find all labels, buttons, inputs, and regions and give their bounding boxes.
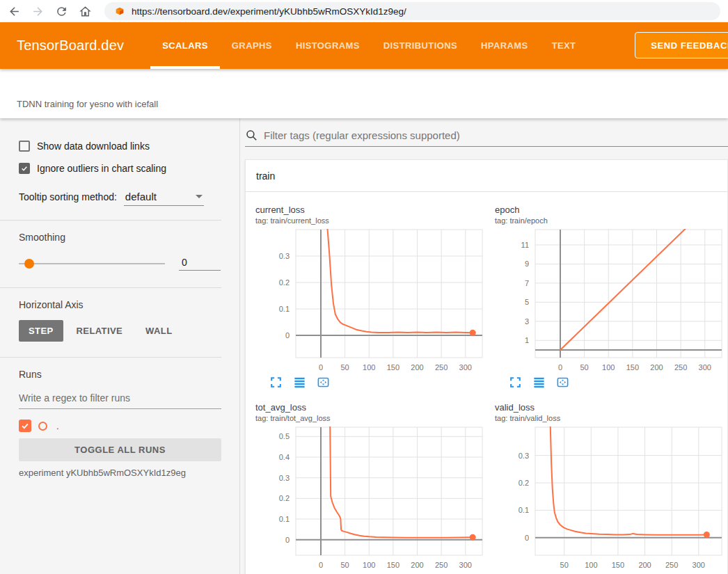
- chart-title: epoch: [495, 205, 727, 216]
- svg-text:250: 250: [435, 561, 448, 569]
- svg-text:0.3: 0.3: [519, 452, 529, 460]
- chart-card-valid-loss: valid_loss tag: train/valid_loss 00.10.2…: [488, 402, 727, 574]
- browser-back-icon[interactable]: [7, 4, 21, 18]
- chart-card-current-loss: current_loss tag: train/current_loss 00.…: [248, 205, 488, 391]
- show-download-links-checkbox-row[interactable]: Show data download links: [0, 138, 239, 154]
- browser-forward-icon[interactable]: [31, 4, 45, 18]
- svg-text:300: 300: [699, 363, 711, 372]
- chart-tag: tag: train/current_loss: [255, 216, 488, 225]
- divider: [0, 287, 221, 288]
- app-header: TensorBoard.dev SCALARS GRAPHS HISTOGRAM…: [0, 22, 728, 69]
- svg-text:250: 250: [435, 363, 448, 372]
- tensorboard-page: https://tensorboard.dev/experiment/yKUbh…: [0, 0, 728, 574]
- brand-title: TensorBoard.dev: [0, 38, 124, 54]
- svg-text:5: 5: [525, 298, 529, 306]
- ignore-outliers-checkbox-row[interactable]: Ignore outliers in chart scaling: [0, 160, 239, 177]
- svg-text:250: 250: [674, 363, 687, 372]
- url-bar[interactable]: https://tensorboard.dev/experiment/yKUbh…: [104, 2, 720, 20]
- divider: [0, 357, 221, 358]
- svg-text:7: 7: [525, 279, 529, 287]
- svg-text:0.1: 0.1: [519, 506, 529, 514]
- tooltip-sorting-value: default: [125, 191, 187, 202]
- chart-tag: tag: train/valid_loss: [495, 413, 727, 423]
- svg-text:0.3: 0.3: [279, 252, 290, 260]
- svg-text:0.5: 0.5: [279, 432, 290, 440]
- svg-text:200: 200: [650, 363, 663, 372]
- horizontal-axis-buttons: STEP RELATIVE WALL: [0, 320, 239, 342]
- svg-text:50: 50: [341, 561, 349, 569]
- browser-home-icon[interactable]: [78, 4, 92, 18]
- data-table-icon[interactable]: [293, 376, 306, 389]
- svg-text:9: 9: [525, 260, 529, 268]
- train-section-header[interactable]: train: [246, 160, 727, 192]
- main-pane: train current_loss tag: train/current_lo…: [240, 118, 728, 574]
- chart-plot[interactable]: 00.10.20.3050100150200250300: [255, 225, 488, 374]
- chart-plot[interactable]: 1357911050100150200250300: [495, 225, 727, 374]
- svg-text:100: 100: [363, 363, 375, 372]
- run-checkbox-checked-icon[interactable]: [19, 420, 31, 432]
- chart-title: tot_avg_loss: [255, 402, 488, 413]
- svg-text:100: 100: [602, 363, 615, 372]
- chart-tag: tag: train/epoch: [495, 216, 727, 225]
- chart-plot[interactable]: 00.10.20.30.40.5050100150200250300: [255, 423, 488, 572]
- send-feedback-button[interactable]: SEND FEEDBACK: [635, 32, 728, 58]
- nav-tabs: SCALARS GRAPHS HISTOGRAMS DISTRIBUTIONS …: [150, 22, 587, 69]
- runs-regex-input[interactable]: [19, 390, 221, 409]
- chart-title: current_loss: [255, 205, 488, 216]
- fullscreen-icon[interactable]: [269, 376, 283, 389]
- fit-domain-icon[interactable]: [317, 376, 330, 389]
- toggle-all-runs-button[interactable]: TOGGLE ALL RUNS: [19, 438, 221, 461]
- tooltip-sorting-row: Tooltip sorting method: default: [0, 189, 239, 206]
- tooltip-sorting-label: Tooltip sorting method:: [19, 191, 117, 202]
- experiment-id-label: experiment yKUbhb5wRmOSXYkId1z9eg: [0, 468, 239, 478]
- svg-text:100: 100: [363, 561, 375, 569]
- tooltip-sorting-dropdown[interactable]: default: [124, 189, 204, 206]
- svg-text:3: 3: [525, 317, 529, 326]
- tab-graphs[interactable]: GRAPHS: [220, 22, 284, 69]
- charts-grid: current_loss tag: train/current_loss 00.…: [246, 192, 727, 574]
- smoothing-slider-row: 0: [0, 257, 239, 271]
- run-name: .: [56, 421, 59, 431]
- tab-distributions[interactable]: DISTRIBUTIONS: [372, 22, 469, 69]
- smoothing-value-input[interactable]: 0: [179, 257, 221, 271]
- tab-scalars[interactable]: SCALARS: [150, 22, 220, 69]
- chart-plot[interactable]: 00.10.20.350100150200250300: [495, 423, 727, 572]
- experiment-bar: TDNN training for yesno with icefall: [0, 69, 728, 118]
- chart-tag: tag: train/tot_avg_loss: [255, 413, 488, 423]
- axis-relative-button[interactable]: RELATIVE: [67, 320, 133, 342]
- chevron-down-icon: [196, 195, 203, 198]
- svg-text:0.4: 0.4: [279, 453, 290, 461]
- svg-text:0: 0: [525, 534, 529, 542]
- smoothing-slider-thumb[interactable]: [24, 259, 34, 269]
- show-download-links-label: Show data download links: [37, 141, 150, 152]
- search-icon: [245, 129, 258, 142]
- fit-domain-icon[interactable]: [556, 376, 569, 389]
- smoothing-slider[interactable]: [19, 263, 165, 264]
- divider: [0, 220, 221, 221]
- browser-reload-icon[interactable]: [54, 4, 68, 18]
- runs-label: Runs: [0, 369, 239, 380]
- tab-text[interactable]: TEXT: [540, 22, 588, 69]
- chart-card-tot-avg-loss: tot_avg_loss tag: train/tot_avg_loss 00.…: [248, 402, 488, 574]
- svg-text:300: 300: [459, 363, 472, 372]
- svg-text:250: 250: [665, 561, 678, 569]
- browser-toolbar: https://tensorboard.dev/experiment/yKUbh…: [0, 0, 728, 22]
- svg-text:0.2: 0.2: [519, 479, 529, 487]
- svg-text:300: 300: [693, 561, 705, 569]
- tab-hparams[interactable]: HPARAMS: [469, 22, 540, 69]
- svg-text:150: 150: [387, 363, 399, 372]
- tab-histograms[interactable]: HISTOGRAMS: [284, 22, 372, 69]
- svg-text:50: 50: [341, 363, 349, 372]
- svg-text:1: 1: [525, 336, 529, 344]
- filter-tags-input[interactable]: [264, 129, 728, 141]
- run-color-swatch: [38, 422, 47, 431]
- data-table-icon[interactable]: [532, 376, 546, 389]
- checkbox-checked-icon[interactable]: [19, 163, 30, 174]
- axis-wall-button[interactable]: WALL: [136, 320, 182, 342]
- svg-text:0.2: 0.2: [279, 494, 290, 502]
- checkbox-unchecked-icon[interactable]: [19, 141, 30, 152]
- svg-text:300: 300: [459, 561, 472, 569]
- fullscreen-icon[interactable]: [509, 376, 522, 389]
- axis-step-button[interactable]: STEP: [19, 320, 63, 342]
- svg-text:50: 50: [580, 363, 589, 372]
